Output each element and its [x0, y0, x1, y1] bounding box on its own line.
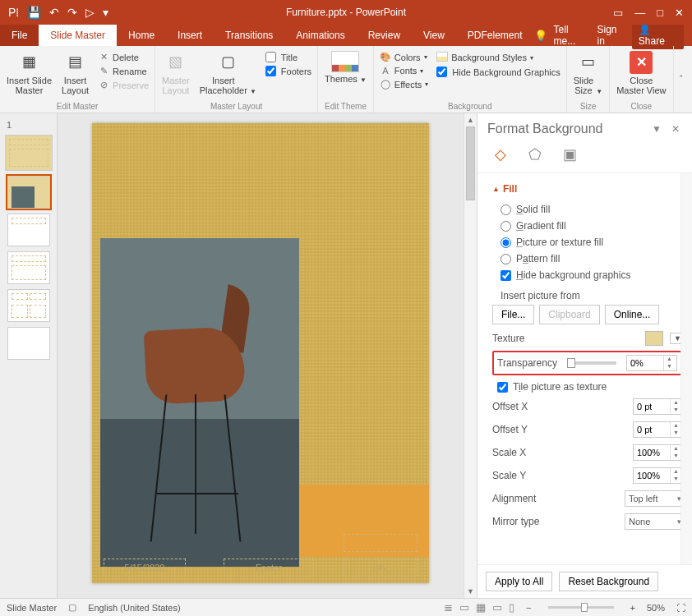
preserve-button[interactable]: ⊘Preserve	[95, 79, 151, 91]
gradient-fill-radio[interactable]	[501, 221, 511, 232]
insert-file-button[interactable]: File...	[492, 305, 534, 324]
texture-swatch[interactable]	[645, 331, 663, 346]
solid-fill-radio[interactable]	[501, 205, 511, 215]
insert-slide-master-button[interactable]: ▦ Insert Slide Master	[3, 49, 55, 97]
tab-review[interactable]: Review	[357, 25, 412, 46]
tab-animations[interactable]: Animations	[284, 25, 356, 46]
date-placeholder[interactable]: 5/15/2020	[104, 559, 186, 577]
sign-in-button[interactable]: Sign in	[597, 24, 625, 47]
layout-thumbnail-1[interactable]	[7, 176, 50, 209]
start-slideshow-icon[interactable]: ▷	[85, 6, 95, 19]
scroll-down-button[interactable]: ▼	[464, 585, 477, 598]
pane-options-button[interactable]: ▼	[649, 123, 664, 135]
hide-bg-checkbox-input[interactable]	[436, 67, 447, 77]
ribbon-display-icon[interactable]: ▭	[613, 7, 623, 19]
slide-number-placeholder[interactable]: ‹#›	[344, 559, 418, 577]
fit-to-window-button[interactable]: ⛶	[676, 603, 685, 613]
scroll-up-button[interactable]: ▲	[464, 113, 477, 126]
title-checkbox-input[interactable]	[265, 52, 276, 62]
spinner-up[interactable]: ▲	[664, 356, 675, 363]
slide-number-placeholder-upper[interactable]	[344, 534, 418, 552]
effects-button[interactable]: ◯Effects ▾	[377, 78, 431, 90]
fill-section-header[interactable]: ▲Fill	[492, 180, 685, 201]
hide-bg-graphics-option[interactable]: Hide background graphics	[492, 267, 685, 283]
scale-x-input[interactable]	[634, 447, 670, 458]
transparency-input[interactable]	[627, 357, 663, 369]
zoom-slider-knob[interactable]	[581, 603, 588, 612]
footer-placeholder[interactable]: Footer	[224, 559, 314, 577]
pane-close-button[interactable]: ✕	[669, 123, 682, 135]
tell-me-button[interactable]: Tell me...	[554, 24, 591, 47]
scale-y-input[interactable]	[634, 470, 670, 481]
scale-x-spinner[interactable]: ▲▼	[633, 444, 685, 461]
maximize-button[interactable]: □	[657, 7, 663, 19]
normal-view-icon[interactable]: ▦	[476, 601, 486, 614]
status-language[interactable]: English (United States)	[88, 603, 181, 613]
rename-button[interactable]: ✎Rename	[95, 65, 151, 77]
layout-thumbnail-4[interactable]	[7, 289, 50, 322]
tab-home[interactable]: Home	[117, 25, 166, 46]
tab-file[interactable]: File	[0, 25, 39, 46]
layout-thumbnail-3[interactable]	[7, 251, 50, 284]
redo-icon[interactable]: ↷	[67, 6, 77, 19]
master-thumbnail[interactable]	[5, 135, 53, 171]
slider-knob[interactable]	[567, 358, 575, 368]
minimize-button[interactable]: —	[634, 7, 645, 19]
pane-scrollbar[interactable]	[680, 173, 692, 564]
footers-checkbox[interactable]: Footers	[263, 65, 314, 77]
comments-button[interactable]: ▭	[459, 601, 469, 614]
footers-checkbox-input[interactable]	[265, 66, 276, 76]
undo-icon[interactable]: ↶	[49, 6, 59, 19]
picture-fill-option[interactable]: Picture or texture fill	[492, 234, 685, 251]
picture-fill-radio[interactable]	[501, 237, 511, 248]
collapse-ribbon-button[interactable]: ˄	[673, 46, 690, 113]
tab-transitions[interactable]: Transitions	[214, 25, 284, 46]
scrollbar-thumb[interactable]	[466, 126, 475, 200]
title-checkbox[interactable]: Title	[263, 51, 314, 63]
spinner-down[interactable]: ▼	[664, 363, 675, 370]
fill-category-icon[interactable]: ◇	[489, 145, 512, 164]
close-master-view-button[interactable]: ✕ Close Master View	[613, 49, 669, 97]
insert-layout-button[interactable]: ▤ Insert Layout	[58, 49, 92, 97]
transparency-slider[interactable]	[567, 361, 616, 365]
tab-slide-master[interactable]: Slide Master	[39, 25, 117, 46]
scale-y-spinner[interactable]: ▲▼	[633, 467, 685, 484]
layout-thumbnail-5[interactable]	[7, 327, 50, 360]
vertical-scrollbar[interactable]: ▲ ▼	[464, 113, 477, 598]
delete-button[interactable]: ✕Delete	[95, 51, 151, 63]
pattern-fill-option[interactable]: Pattern fill	[492, 251, 685, 267]
pattern-fill-radio[interactable]	[501, 254, 511, 264]
alignment-dropdown[interactable]: Top left	[625, 490, 685, 507]
reset-background-button[interactable]: Reset Background	[559, 572, 658, 591]
tab-insert[interactable]: Insert	[166, 25, 214, 46]
zoom-level[interactable]: 50%	[647, 603, 665, 613]
mirror-dropdown[interactable]: None	[625, 513, 685, 530]
tile-checkbox[interactable]	[497, 382, 508, 393]
insert-online-button[interactable]: Online...	[605, 305, 660, 324]
spell-check-icon[interactable]: ▢	[68, 602, 76, 613]
effects-category-icon[interactable]: ⬠	[524, 145, 547, 164]
picture-category-icon[interactable]: ▣	[558, 145, 581, 164]
insert-placeholder-button[interactable]: ▢ Insert Placeholder ▼	[196, 49, 260, 98]
save-icon[interactable]: 💾	[27, 6, 41, 19]
tell-me-icon[interactable]: 💡	[534, 30, 547, 42]
offset-x-input[interactable]	[634, 401, 670, 412]
zoom-out-button[interactable]: −	[526, 603, 531, 613]
offset-x-spinner[interactable]: ▲▼	[633, 398, 685, 415]
share-button[interactable]: 👤 Share	[632, 21, 684, 49]
tab-view[interactable]: View	[412, 25, 456, 46]
notes-button[interactable]: ≣	[444, 601, 453, 614]
app-icon[interactable]: P⁞	[8, 6, 19, 19]
hide-bg-graphics-checkbox[interactable]	[501, 270, 511, 281]
fonts-button[interactable]: AFonts ▾	[377, 65, 431, 76]
slide-size-button[interactable]: ▭ Slide Size ▼	[570, 49, 606, 98]
background-styles-button[interactable]: Background Styles ▾	[434, 51, 562, 64]
transparency-spinner[interactable]: ▲▼	[626, 355, 677, 371]
gradient-fill-option[interactable]: Gradient fill	[492, 218, 685, 234]
tile-checkbox-row[interactable]: Tile picture as texture	[492, 379, 685, 395]
close-window-button[interactable]: ✕	[675, 7, 684, 19]
zoom-in-button[interactable]: +	[630, 603, 635, 613]
solid-fill-option[interactable]: Solid fill	[492, 201, 685, 218]
zoom-slider[interactable]	[548, 606, 614, 609]
offset-y-spinner[interactable]: ▲▼	[633, 421, 685, 438]
